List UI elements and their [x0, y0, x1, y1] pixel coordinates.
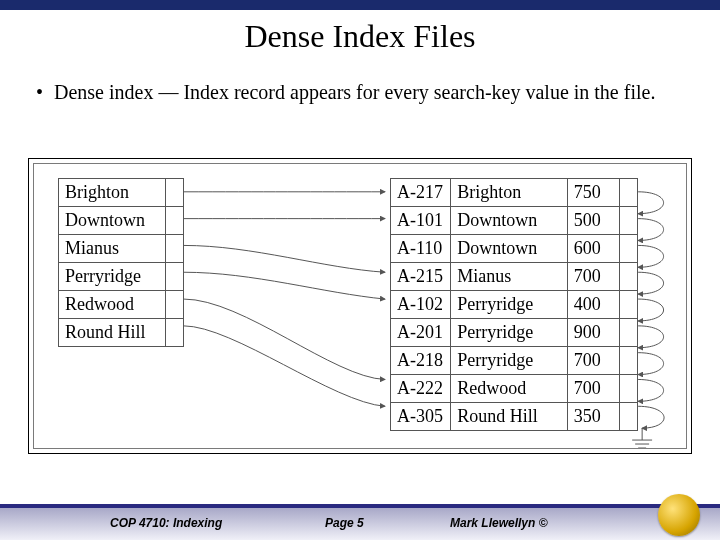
bal-cell: 350	[567, 403, 619, 431]
record-pointer-cell	[619, 319, 637, 347]
acct-cell: A-215	[391, 263, 451, 291]
branch-cell: Perryridge	[451, 319, 567, 347]
index-row: Mianus	[59, 235, 184, 263]
index-pointer-cell	[166, 319, 184, 347]
diagram-container: Brighton Downtown Mianus Perryridge Redw…	[28, 158, 692, 454]
slide-title: Dense Index Files	[0, 18, 720, 55]
record-pointer-cell	[619, 235, 637, 263]
footer-author: Mark Llewellyn ©	[450, 516, 548, 530]
index-row: Redwood	[59, 291, 184, 319]
bal-cell: 700	[567, 347, 619, 375]
data-row: A-215Mianus700	[391, 263, 638, 291]
bal-cell: 400	[567, 291, 619, 319]
index-pointer-cell	[166, 235, 184, 263]
index-key: Round Hill	[59, 319, 166, 347]
acct-cell: A-217	[391, 179, 451, 207]
top-accent-band	[0, 0, 720, 10]
data-row: A-305Round Hill350	[391, 403, 638, 431]
index-pointer-cell	[166, 207, 184, 235]
bullet-text: Dense index — Index record appears for e…	[54, 79, 684, 106]
data-row: A-102Perryridge400	[391, 291, 638, 319]
acct-cell: A-110	[391, 235, 451, 263]
bal-cell: 700	[567, 375, 619, 403]
footer: COP 4710: Indexing Page 5 Mark Llewellyn…	[0, 490, 720, 540]
record-pointer-cell	[619, 375, 637, 403]
index-key: Perryridge	[59, 263, 166, 291]
data-row: A-201Perryridge900	[391, 319, 638, 347]
record-pointer-cell	[619, 403, 637, 431]
record-pointer-cell	[619, 347, 637, 375]
data-row: A-101Downtown500	[391, 207, 638, 235]
index-pointer-cell	[166, 263, 184, 291]
index-row: Downtown	[59, 207, 184, 235]
data-row: A-217Brighton750	[391, 179, 638, 207]
index-key: Redwood	[59, 291, 166, 319]
index-key: Mianus	[59, 235, 166, 263]
acct-cell: A-201	[391, 319, 451, 347]
branch-cell: Downtown	[451, 207, 567, 235]
diagram-inner-frame: Brighton Downtown Mianus Perryridge Redw…	[33, 163, 687, 449]
branch-cell: Round Hill	[451, 403, 567, 431]
data-row: A-110Downtown600	[391, 235, 638, 263]
branch-cell: Perryridge	[451, 347, 567, 375]
acct-cell: A-101	[391, 207, 451, 235]
index-key: Brighton	[59, 179, 166, 207]
acct-cell: A-222	[391, 375, 451, 403]
branch-cell: Brighton	[451, 179, 567, 207]
record-pointer-cell	[619, 263, 637, 291]
acct-cell: A-102	[391, 291, 451, 319]
university-logo-icon	[658, 494, 700, 536]
data-row: A-222Redwood700	[391, 375, 638, 403]
bal-cell: 700	[567, 263, 619, 291]
bullet-list: • Dense index — Index record appears for…	[36, 79, 684, 106]
branch-cell: Mianus	[451, 263, 567, 291]
data-row: A-218Perryridge700	[391, 347, 638, 375]
acct-cell: A-305	[391, 403, 451, 431]
footer-page: Page 5	[325, 516, 364, 530]
acct-cell: A-218	[391, 347, 451, 375]
footer-course: COP 4710: Indexing	[110, 516, 222, 530]
index-row: Round Hill	[59, 319, 184, 347]
bal-cell: 500	[567, 207, 619, 235]
data-file-table: A-217Brighton750 A-101Downtown500 A-110D…	[390, 178, 638, 431]
bal-cell: 900	[567, 319, 619, 347]
index-table: Brighton Downtown Mianus Perryridge Redw…	[58, 178, 184, 347]
index-row: Brighton	[59, 179, 184, 207]
branch-cell: Redwood	[451, 375, 567, 403]
index-key: Downtown	[59, 207, 166, 235]
record-pointer-cell	[619, 207, 637, 235]
bal-cell: 750	[567, 179, 619, 207]
record-pointer-cell	[619, 179, 637, 207]
index-pointer-cell	[166, 179, 184, 207]
bullet-marker: •	[36, 79, 54, 106]
record-pointer-cell	[619, 291, 637, 319]
branch-cell: Perryridge	[451, 291, 567, 319]
index-pointer-cell	[166, 291, 184, 319]
bal-cell: 600	[567, 235, 619, 263]
index-row: Perryridge	[59, 263, 184, 291]
branch-cell: Downtown	[451, 235, 567, 263]
